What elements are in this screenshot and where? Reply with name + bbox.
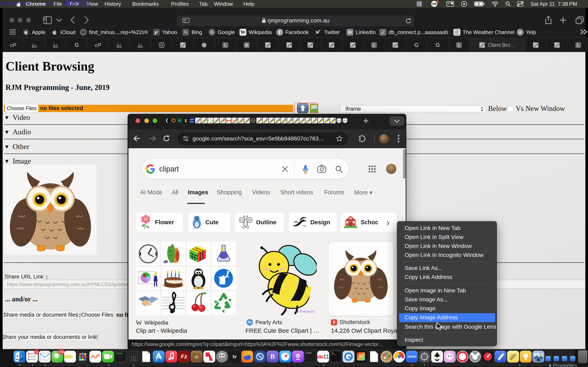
svg-text:K: K — [178, 119, 181, 123]
svg-text:brit: brit — [190, 118, 194, 120]
svg-text:box: box — [190, 121, 194, 123]
svg-text:● Pearlyarts: ● Pearlyarts — [297, 310, 314, 313]
